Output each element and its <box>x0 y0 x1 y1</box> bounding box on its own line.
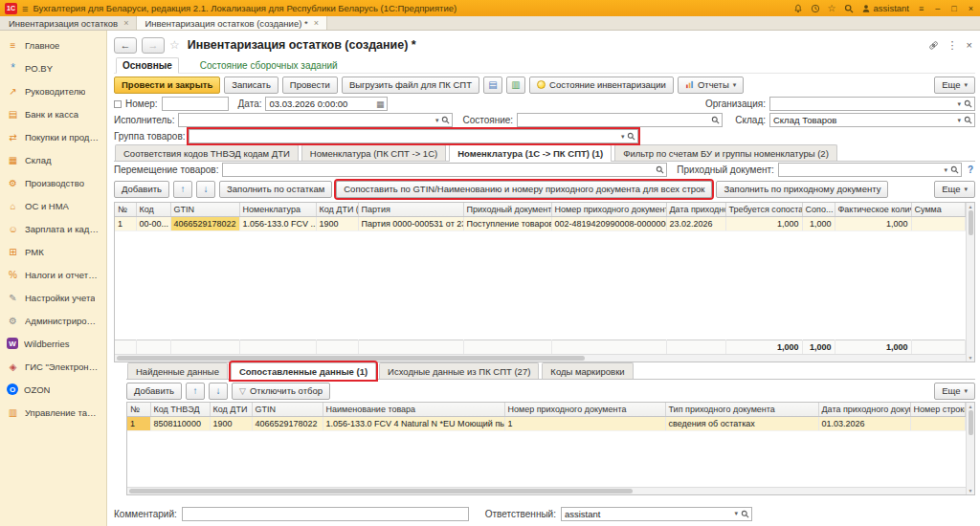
sidebar-item-sklad[interactable]: ▦Склад <box>0 148 106 171</box>
window-close-button[interactable]: × <box>967 4 975 13</box>
executor-input[interactable]: ▾ <box>178 113 453 127</box>
move-down-button[interactable]: ↓ <box>196 181 215 198</box>
sidebar-item-rmk[interactable]: ⊞РМК <box>0 240 106 263</box>
tab-ishodnye-dannye-spt[interactable]: Исходные данные из ПК СПТ (27) <box>379 362 539 379</box>
vertical-scrollbar[interactable]: ▲▼ <box>966 203 974 362</box>
incoming-doc-input[interactable]: ▾ <box>778 163 962 177</box>
service-menu-icon[interactable]: ≡ <box>917 4 925 13</box>
horizontal-scrollbar[interactable] <box>115 354 966 362</box>
chevron-down-icon[interactable]: ▾ <box>956 100 962 108</box>
disable-filter-button[interactable]: ▽Отключить отбор <box>232 383 330 400</box>
more-menu-icon[interactable]: ⋮ <box>947 39 958 52</box>
history-clock-icon[interactable] <box>811 4 820 13</box>
forward-button[interactable]: → <box>142 37 165 54</box>
sidebar-item-os-nma[interactable]: ⌂ОС и НМА <box>0 194 106 217</box>
bottom-move-down-button[interactable]: ↓ <box>209 383 228 400</box>
move-up-button[interactable]: ↑ <box>173 181 192 198</box>
window-tab-inventory-create[interactable]: Инвентаризация остатков (создание) * × <box>137 16 327 30</box>
magnifier-icon[interactable] <box>741 510 749 518</box>
magnifier-icon[interactable] <box>950 165 959 174</box>
magnifier-icon[interactable] <box>964 99 972 108</box>
fill-by-rest-button[interactable]: Заполнить по остаткам <box>219 181 332 198</box>
current-user[interactable]: assistant <box>861 3 910 13</box>
sidebar-item-proizvodstvo[interactable]: ⚙Производство <box>0 171 106 194</box>
tab-naydennye-dannye[interactable]: Найденные данные <box>127 362 228 379</box>
sidebar-item-upravlenie-tarifom[interactable]: ▥Управление тарифом <box>0 401 106 424</box>
form-close-icon[interactable]: × <box>967 39 972 51</box>
sidebar-item-wildberries[interactable]: WWildberries <box>0 332 106 355</box>
organization-input[interactable]: ▾ <box>769 97 975 111</box>
tab-close-icon[interactable]: × <box>314 18 319 28</box>
sidebar-item-pokupki-prodazhi[interactable]: ⇄Покупки и продажи <box>0 125 106 148</box>
scrollbar-thumb[interactable] <box>969 410 973 435</box>
table-row[interactable]: 1 00-00... 4066529178022 1.056-133.0 FCV… <box>115 216 966 230</box>
warehouse-input[interactable]: Склад Товаров▾ <box>769 113 975 127</box>
magnifier-icon[interactable] <box>627 132 635 141</box>
magnifier-icon[interactable] <box>656 165 664 174</box>
chevron-down-icon[interactable]: ▾ <box>434 117 440 124</box>
tab-close-icon[interactable]: × <box>123 18 128 28</box>
inventory-state-button[interactable]: Состояние инвентаризации <box>529 77 674 94</box>
maximize-button[interactable]: □ <box>949 4 958 13</box>
auto-number-checkbox[interactable] <box>114 100 122 108</box>
post-button[interactable]: Провести <box>282 77 338 94</box>
search-icon[interactable] <box>844 4 854 13</box>
chevron-down-icon[interactable]: ▾ <box>733 510 739 517</box>
save-button[interactable]: Записать <box>224 77 278 94</box>
back-button[interactable]: ← <box>114 37 137 54</box>
comment-input[interactable] <box>182 507 469 521</box>
sidebar-item-glavnoe[interactable]: ≡Главное <box>0 33 106 56</box>
sidebar-item-zarplata-kadry[interactable]: ☺Зарплата и кадры <box>0 217 106 240</box>
export-spt-file-button[interactable]: Выгрузить файл для ПК СПТ <box>342 77 479 94</box>
sidebar-item-ozon[interactable]: OOZON <box>0 378 106 401</box>
chevron-down-icon[interactable]: ▾ <box>956 117 962 124</box>
responsible-input[interactable]: assistant▾ <box>561 507 752 521</box>
reports-button[interactable]: Отчеты▾ <box>678 77 744 94</box>
minimize-button[interactable]: – <box>933 4 942 13</box>
chevron-down-icon[interactable]: ▾ <box>943 166 948 174</box>
bottom-move-up-button[interactable]: ↑ <box>186 383 205 400</box>
scroll-down-icon[interactable]: ▼ <box>969 488 973 493</box>
calendar-icon[interactable]: ▦ <box>375 99 386 109</box>
scroll-up-icon[interactable]: ▲ <box>969 404 973 409</box>
magnifier-icon[interactable] <box>441 116 450 124</box>
marking-codes-button[interactable]: ▤ <box>483 77 502 94</box>
scrollbar-thumb[interactable] <box>129 489 633 493</box>
favorite-star-icon[interactable]: ☆ <box>169 38 180 52</box>
magnifier-icon[interactable] <box>711 116 720 124</box>
sidebar-item-administrirovanie[interactable]: ⚙Администрирование <box>0 309 106 332</box>
sidebar-item-nalogi[interactable]: %Налоги и отчетность <box>0 263 106 286</box>
main-menu-icon[interactable]: ≡ <box>22 3 28 14</box>
state-input[interactable] <box>517 113 723 127</box>
number-input[interactable] <box>162 97 229 111</box>
window-tab-inventory-list[interactable]: Инвентаризация остатков × <box>1 16 137 30</box>
add-row-button[interactable]: Добавить <box>114 181 169 198</box>
bottom-more-button[interactable]: Еще▾ <box>934 383 975 400</box>
check-codes-button[interactable]: ▥ <box>506 77 525 94</box>
scroll-down-icon[interactable]: ▼ <box>969 355 973 361</box>
tab-sopostavlennye-dannye[interactable]: Сопоставленные данные (1) <box>231 362 376 380</box>
sidebar-item-bank-kassa[interactable]: ▤Банк и касса <box>0 102 106 125</box>
table-more-button[interactable]: Еще▾ <box>934 181 975 198</box>
table-row[interactable]: 1 8508110000 1900 4066529178022 1.056-13… <box>127 416 966 430</box>
link-icon[interactable] <box>928 40 939 51</box>
sidebar-item-nastroyki-ucheta[interactable]: ✎Настройки учета <box>0 286 106 309</box>
movement-input[interactable] <box>222 163 667 177</box>
magnifier-icon[interactable] <box>964 116 972 124</box>
tab-nomenklatura-spt-1c[interactable]: Номенклатура (ПК СПТ -> 1С) <box>301 144 446 161</box>
horizontal-scrollbar[interactable] <box>127 487 966 494</box>
post-and-close-button[interactable]: Провести и закрыть <box>114 77 220 94</box>
date-input[interactable]: 03.03.2026 0:00:00▦ <box>265 97 388 111</box>
vertical-scrollbar[interactable]: ▲▼ <box>966 403 974 494</box>
tab-filtr-po-schetam[interactable]: Фильтр по счетам БУ и группы номенклатур… <box>614 144 837 161</box>
scroll-up-icon[interactable]: ▲ <box>969 204 973 209</box>
favorites-star-icon[interactable]: ☆ <box>828 3 836 13</box>
sidebar-item-gis-znak[interactable]: ◈ГИС "Электронный знак" <box>0 355 106 378</box>
fill-by-incoming-doc-button[interactable]: Заполнить по приходному документу <box>716 181 888 198</box>
sidebar-item-roby[interactable]: *PO.BY <box>0 56 106 79</box>
tab-nomenklatura-1c-spt[interactable]: Номенклатура (1С -> ПК СПТ) (1) <box>449 144 612 162</box>
help-question-icon[interactable]: ? <box>966 164 975 175</box>
match-by-gtin-button[interactable]: Сопоставить по GTIN/Наименованию и номер… <box>336 181 712 198</box>
tab-sootvetstviya-tnved-dti[interactable]: Соответствия кодов ТНВЭД кодам ДТИ <box>115 144 299 161</box>
tab-sostoyanie-sborochnyh-zadaniy[interactable]: Состояние сборочных заданий <box>194 58 344 73</box>
